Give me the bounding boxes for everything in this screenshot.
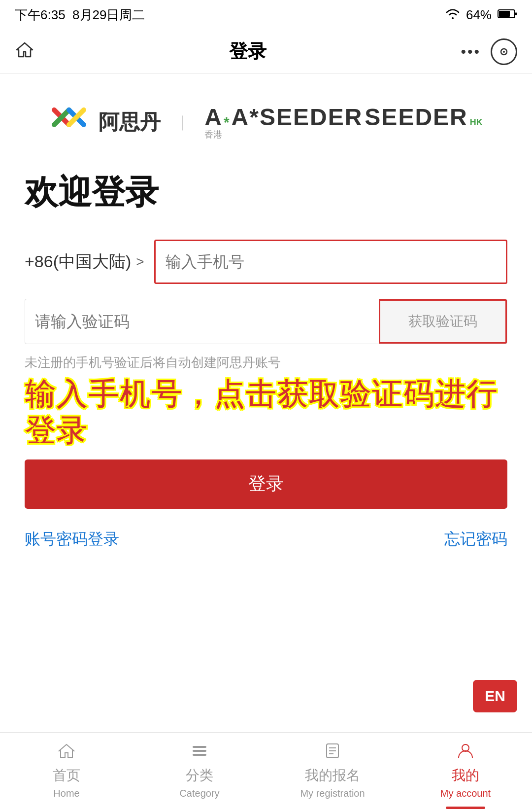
tab-registration[interactable]: 我的报名 My registration xyxy=(266,742,399,799)
main-content: 阿思丹 ｜ A * A*SEEDER SEEDER HK 香港 欢迎登录 +86… xyxy=(0,74,532,595)
brand-name-english-block: A * A*SEEDER SEEDER HK 香港 xyxy=(204,104,482,141)
svg-rect-1 xyxy=(499,11,510,17)
nav-bar: 登录 ••• xyxy=(0,30,532,74)
tab-category-label-sub: Category xyxy=(179,788,219,799)
wifi-icon xyxy=(445,7,460,23)
country-arrow-icon: > xyxy=(136,254,144,270)
login-button[interactable]: 登录 xyxy=(25,459,507,509)
svg-point-16 xyxy=(462,744,469,751)
my-account-tab-icon xyxy=(457,742,474,763)
verification-code-input[interactable] xyxy=(25,299,369,344)
bottom-links: 账号密码登录 忘记密码 xyxy=(25,529,507,550)
language-switch-button[interactable]: EN xyxy=(473,680,517,712)
brand-hk: HK xyxy=(470,117,483,128)
annotation-overlay: 输入手机号，点击获取验证码进行登录 xyxy=(25,376,507,450)
tab-home-label-sub: Home xyxy=(53,788,79,799)
phone-number-input[interactable] xyxy=(154,240,507,284)
brand-hk-left: 香港 xyxy=(204,129,222,141)
status-bar: 下午6:35 8月29日周二 64% xyxy=(0,0,532,30)
page-title: 登录 xyxy=(229,39,266,64)
brand-name-chinese: 阿思丹 xyxy=(99,108,161,136)
brand-seeder: A*SEEDER xyxy=(232,104,363,131)
logo-divider: ｜ xyxy=(175,112,190,132)
battery-icon xyxy=(498,7,517,23)
status-time-date: 下午6:35 8月29日周二 xyxy=(15,6,145,24)
phone-input-row: +86(中国大陆) > xyxy=(25,240,507,284)
password-login-link[interactable]: 账号密码登录 xyxy=(25,529,119,550)
svg-point-4 xyxy=(503,51,505,53)
tab-my-account-label-sub: My account xyxy=(440,788,491,799)
brand-name-english: A xyxy=(204,104,222,131)
svg-rect-2 xyxy=(515,12,517,15)
tab-my-account-label-main: 我的 xyxy=(452,766,479,785)
tab-registration-label-main: 我的报名 xyxy=(305,766,360,785)
country-code-label: +86(中国大陆) xyxy=(25,250,131,273)
svg-rect-11 xyxy=(193,754,206,756)
tab-bar: 首页 Home 分类 Category 我的报名 My registration xyxy=(0,732,532,811)
logo-area: 阿思丹 ｜ A * A*SEEDER SEEDER HK 香港 xyxy=(25,104,507,141)
get-verification-code-button[interactable]: 获取验证码 xyxy=(379,299,507,344)
battery-status: 64% xyxy=(466,7,492,23)
home-nav-icon[interactable] xyxy=(15,41,34,63)
more-options-button[interactable]: ••• xyxy=(461,43,481,60)
notice-text: 未注册的手机号验证后将自动创建阿思丹账号 xyxy=(25,354,507,371)
svg-rect-10 xyxy=(193,750,206,752)
nav-actions: ••• xyxy=(461,38,517,65)
status-indicators: 64% xyxy=(445,7,517,23)
tab-registration-label-sub: My registration xyxy=(300,788,365,799)
svg-rect-9 xyxy=(193,746,206,748)
tab-category[interactable]: 分类 Category xyxy=(133,742,266,799)
tab-home[interactable]: 首页 Home xyxy=(0,742,133,799)
registration-tab-icon xyxy=(324,742,341,763)
brand-logo-icon xyxy=(49,105,89,140)
home-tab-icon xyxy=(58,742,75,763)
annotation-text: 输入手机号，点击获取验证码进行登录 xyxy=(25,376,507,450)
forgot-password-link[interactable]: 忘记密码 xyxy=(444,529,507,550)
verification-input-row: 获取验证码 xyxy=(25,299,507,344)
brand-star: * xyxy=(224,114,230,131)
tab-my-account[interactable]: 我的 My account xyxy=(399,742,532,799)
category-tab-icon xyxy=(191,742,208,763)
scan-button[interactable] xyxy=(491,38,517,65)
tab-active-indicator xyxy=(446,807,485,809)
welcome-title: 欢迎登录 xyxy=(25,170,507,215)
country-code-selector[interactable]: +86(中国大陆) > xyxy=(25,250,144,273)
tab-home-label-main: 首页 xyxy=(53,766,80,785)
tab-category-label-main: 分类 xyxy=(186,766,213,785)
